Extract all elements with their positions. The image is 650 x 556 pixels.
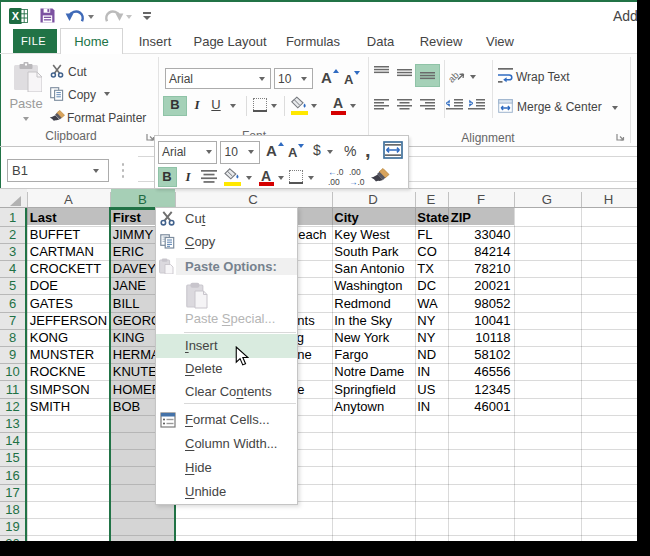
svg-text:.00: .00 <box>349 167 361 177</box>
svg-text:ab: ab <box>449 69 461 84</box>
svg-text:←.0: ←.0 <box>328 167 344 177</box>
svg-text:→.0: →.0 <box>349 177 365 187</box>
svg-text:.00: .00 <box>328 177 340 187</box>
svg-text:X: X <box>12 10 20 22</box>
